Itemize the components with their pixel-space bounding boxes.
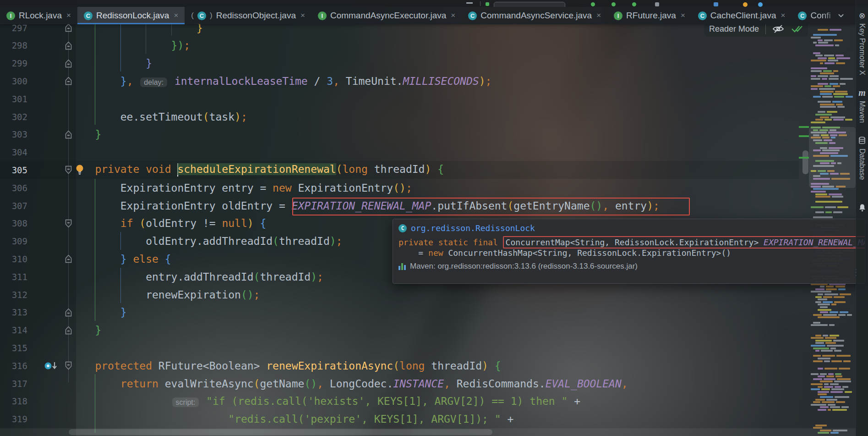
line-number: 315 xyxy=(0,343,27,353)
toolbar-fragment[interactable] xyxy=(758,2,763,7)
minimap-bar xyxy=(813,401,820,403)
tab-cacheclient-java[interactable]: CCacheClient.java× xyxy=(692,7,792,24)
code-line[interactable]: 298 }); xyxy=(0,37,799,55)
notifications-bell[interactable] xyxy=(858,204,866,214)
minimap-bar xyxy=(836,401,845,403)
tab-close-icon[interactable]: × xyxy=(595,11,601,20)
code-text: } xyxy=(70,128,101,140)
minimap-bar xyxy=(811,88,818,90)
minimap-bar xyxy=(828,404,836,406)
minimap-bar xyxy=(836,62,845,64)
code-line[interactable]: 302 ee.setTimeout(task); xyxy=(0,108,799,126)
code-text: return evalWriteAsync(getName(), LongCod… xyxy=(70,378,628,390)
minimap-bar xyxy=(818,75,828,77)
minimap-bar xyxy=(818,358,830,359)
toolbar-fragment[interactable] xyxy=(655,2,659,6)
tab-redissonobject-java[interactable]: (C)RedissonObject.java× xyxy=(185,7,311,24)
code-line[interactable]: 314 } xyxy=(0,321,799,339)
eye-slash-icon[interactable] xyxy=(772,24,784,34)
class-icon: C xyxy=(698,11,707,20)
code-line[interactable]: 301 xyxy=(0,90,799,108)
minimap-bar xyxy=(831,388,844,390)
tab-close-icon[interactable]: × xyxy=(66,11,71,20)
minimap-bar xyxy=(811,373,819,375)
minimap-bar xyxy=(818,368,823,370)
code-line[interactable]: 300 }, delay: internalLockLeaseTime / 3,… xyxy=(0,72,799,90)
minimap-bar xyxy=(832,101,842,103)
tab-commandasyncservice-java[interactable]: CCommandAsyncService.java× xyxy=(462,7,607,24)
toolbar-fragment[interactable] xyxy=(632,2,636,6)
minimap-bar xyxy=(815,196,830,198)
minimap-bar xyxy=(818,293,823,295)
toolbar-fragment[interactable] xyxy=(611,2,616,6)
toolbar-fragment[interactable] xyxy=(743,2,748,7)
tab-close-icon[interactable]: × xyxy=(780,11,785,20)
code-line[interactable]: 317 return evalWriteAsync(getName(), Lon… xyxy=(0,375,799,392)
inspections-ok-check-icon[interactable] xyxy=(791,24,803,34)
stripe-item-database[interactable]: Database xyxy=(858,137,866,180)
tab-label: RedissonObject.java xyxy=(216,11,296,21)
tab-rlock-java[interactable]: IRLock.java× xyxy=(0,7,77,24)
minimap-bar xyxy=(835,55,844,56)
x-circle-icon: ⊗ xyxy=(859,12,865,20)
chevron-down-icon[interactable] xyxy=(837,12,845,19)
code-line[interactable]: 318 script: "if (redis.call('hexists', K… xyxy=(0,392,799,410)
minimap-bar xyxy=(813,42,817,44)
override-gutter-icon[interactable] xyxy=(44,361,59,371)
code-line[interactable]: 315 xyxy=(0,339,799,357)
right-tool-stripe: ⊗ Key Promoter X m Maven Database xyxy=(856,0,868,436)
minimap-bar xyxy=(838,314,846,316)
code-line[interactable]: 303 } xyxy=(0,126,799,143)
doc-class-link[interactable]: org.redisson.RedissonLock xyxy=(411,223,535,233)
minimap-bar xyxy=(835,373,841,375)
code-line[interactable]: 316 protected RFuture<Boolean> renewExpi… xyxy=(0,357,799,375)
stripe-item-maven[interactable]: m Maven xyxy=(858,88,866,123)
code-line[interactable]: 313 } xyxy=(0,304,799,321)
code-line[interactable]: 319 "redis.call('pexpire', KEYS[1], ARGV… xyxy=(0,410,799,428)
horizontal-scrollbar[interactable] xyxy=(0,428,856,436)
code-line[interactable]: 299 } xyxy=(0,55,799,72)
line-number: 299 xyxy=(0,58,27,68)
minimap-bar xyxy=(840,293,851,295)
doc-signature: private static final ConcurrentMap<Strin… xyxy=(393,234,865,247)
minimap-bar xyxy=(811,324,828,326)
minimap-bar xyxy=(830,311,838,313)
code-line[interactable]: 304 xyxy=(0,143,799,161)
minimap-bar xyxy=(813,52,820,54)
tab-close-icon[interactable]: × xyxy=(300,11,305,20)
minimap-bar xyxy=(824,62,835,64)
tab-redissonlock-java[interactable]: CRedissonLock.java× xyxy=(77,7,185,24)
horizontal-scrollbar-thumb[interactable] xyxy=(69,429,492,435)
run-config-box[interactable] xyxy=(494,2,565,7)
minimap-bar xyxy=(845,391,852,393)
minimap-bar xyxy=(832,409,847,411)
class-icon: C xyxy=(197,11,206,20)
tab-close-icon[interactable]: × xyxy=(680,11,685,20)
minimap-bar xyxy=(818,375,825,377)
tab-rfuture-java[interactable]: IRFuture.java× xyxy=(607,7,692,24)
minimap-bar xyxy=(847,314,852,316)
minimap-bar xyxy=(840,311,849,313)
minimap-viewport[interactable] xyxy=(809,127,856,188)
minimap-bar xyxy=(815,193,827,195)
code-editor[interactable]: 297 }298 });299 }300 }, delay: internalL… xyxy=(0,0,868,436)
code-line[interactable]: 312 renewExpiration(); xyxy=(0,286,799,304)
code-line[interactable]: 305 private void scheduleExpirationRenew… xyxy=(0,161,799,179)
tab-close-icon[interactable]: × xyxy=(450,11,455,20)
tab-commandasyncexecutor-java[interactable]: ICommandAsyncExecutor.java× xyxy=(311,7,462,24)
minimap-bar xyxy=(815,201,842,203)
toolbar-fragment[interactable] xyxy=(714,2,718,6)
code-line[interactable]: 306 ExpirationEntry entry = new Expirati… xyxy=(0,179,799,197)
minimap-bar xyxy=(833,70,838,72)
toolbar-fragment[interactable] xyxy=(591,2,595,6)
toolbar-fragment xyxy=(466,2,473,4)
stripe-item-key-promoter[interactable]: ⊗ Key Promoter X xyxy=(858,12,866,75)
line-number: 303 xyxy=(0,129,27,139)
tab-close-icon[interactable]: × xyxy=(173,11,178,20)
editor-scrollbar-thumb[interactable] xyxy=(802,150,808,174)
tab-confi[interactable]: CConfi xyxy=(792,7,837,24)
minimap-bar xyxy=(820,104,835,105)
minimap-bar xyxy=(824,360,830,362)
minimap-bar xyxy=(818,386,823,388)
minimap-bar xyxy=(830,391,843,393)
